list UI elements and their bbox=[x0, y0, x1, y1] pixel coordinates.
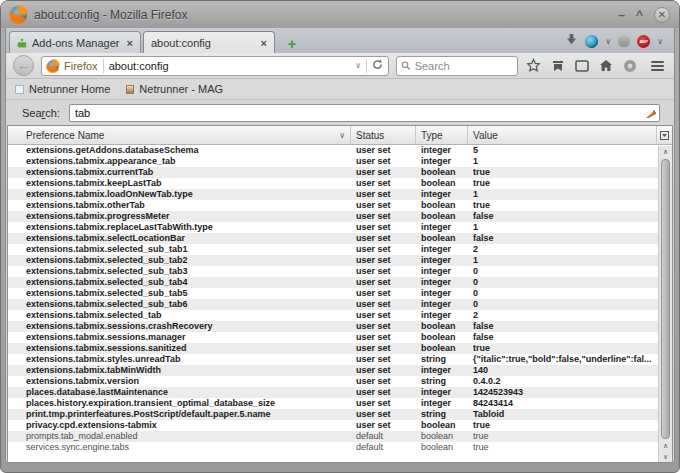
table-row[interactable]: extensions.tabmix.sessions.sanitized use… bbox=[8, 343, 672, 354]
url-bar[interactable]: Firefox about:config ∨ bbox=[41, 56, 389, 76]
table-row[interactable]: extensions.tabmix.tabMinWidth user set i… bbox=[8, 365, 672, 376]
table-row[interactable]: extensions.tabmix.keepLastTab user set b… bbox=[8, 178, 672, 189]
column-picker-icon[interactable] bbox=[657, 126, 672, 144]
table-row[interactable]: extensions.tabmix.replaceLastTabWith.typ… bbox=[8, 222, 672, 233]
table-row[interactable]: prompts.tab_modal.enabled default boolea… bbox=[8, 431, 672, 442]
scroll-down-icon[interactable]: ∨ bbox=[659, 451, 672, 462]
tab-close-icon[interactable]: × bbox=[127, 37, 133, 49]
pref-status-cell: user set bbox=[351, 376, 416, 387]
pref-type-cell: integer bbox=[416, 189, 468, 200]
table-row[interactable]: extensions.tabmix.styles.unreadTab user … bbox=[8, 354, 672, 365]
pref-type-cell: integer bbox=[416, 398, 468, 409]
column-header-value[interactable]: Value bbox=[468, 126, 657, 144]
tab-groups-icon[interactable] bbox=[573, 57, 590, 74]
pref-name-cell: extensions.tabmix.keepLastTab bbox=[8, 178, 351, 189]
table-row[interactable]: extensions.tabmix.sessions.crashRecovery… bbox=[8, 321, 672, 332]
table-row[interactable]: extensions.tabmix.selected_sub_tab4 user… bbox=[8, 277, 672, 288]
clear-search-icon[interactable] bbox=[646, 108, 656, 118]
pref-value-cell: 0 bbox=[468, 288, 672, 299]
pref-status-cell: user set bbox=[351, 244, 416, 255]
table-row[interactable]: extensions.tabmix.selected_sub_tab3 user… bbox=[8, 266, 672, 277]
new-tab-button[interactable]: + bbox=[279, 33, 305, 53]
pref-type-cell: boolean bbox=[416, 167, 468, 178]
pref-status-cell: user set bbox=[351, 365, 416, 376]
table-row[interactable]: services.sync.engine.tabs default boolea… bbox=[8, 442, 672, 453]
table-row[interactable]: extensions.tabmix.sessions.manager user … bbox=[8, 332, 672, 343]
maximize-button[interactable]: ^ bbox=[636, 9, 643, 21]
pref-value-cell: false bbox=[468, 211, 672, 222]
pref-type-cell: boolean bbox=[416, 420, 468, 431]
pref-name-cell: extensions.tabmix.replaceLastTabWith.typ… bbox=[8, 222, 351, 233]
pref-status-cell: default bbox=[351, 442, 416, 453]
bookmarks-panel-icon[interactable] bbox=[549, 57, 566, 74]
table-row[interactable]: print.tmp.printerfeatures.PostScript/def… bbox=[8, 409, 672, 420]
bookmark-star-icon[interactable] bbox=[525, 57, 542, 74]
table-row[interactable]: extensions.getAddons.databaseSchema user… bbox=[8, 145, 672, 156]
reload-icon[interactable] bbox=[372, 59, 383, 72]
bookmark-netrunner-home[interactable]: Netrunner Home bbox=[15, 83, 110, 95]
pref-name-cell: privacy.cpd.extensions-tabmix bbox=[8, 420, 351, 431]
web-search-box[interactable] bbox=[396, 56, 518, 76]
table-row[interactable]: extensions.tabmix.selected_sub_tab2 user… bbox=[8, 255, 672, 266]
pref-value-cell: {"italic":true,"bold":false,"underline":… bbox=[468, 354, 672, 365]
disabled-addon-icon[interactable] bbox=[618, 35, 630, 47]
hello-chat-icon[interactable] bbox=[621, 57, 638, 74]
table-row[interactable]: extensions.tabmix.selected_sub_tab1 user… bbox=[8, 244, 672, 255]
pref-name-cell: extensions.tabmix.currentTab bbox=[8, 167, 351, 178]
table-row[interactable]: extensions.tabmix.appearance_tab user se… bbox=[8, 156, 672, 167]
pref-type-cell: integer bbox=[416, 222, 468, 233]
table-row[interactable]: extensions.tabmix.selected_tab user set … bbox=[8, 310, 672, 321]
pref-name-cell: extensions.tabmix.sessions.manager bbox=[8, 332, 351, 343]
titlebar[interactable]: about:config - Mozilla Firefox – ^ ✕ bbox=[1, 1, 679, 28]
table-row[interactable]: places.history.expiration.transient_opti… bbox=[8, 398, 672, 409]
pref-value-cell: true bbox=[468, 178, 672, 189]
table-row[interactable]: extensions.tabmix.selectLocationBar user… bbox=[8, 233, 672, 244]
proxy-globe-icon[interactable] bbox=[585, 35, 598, 48]
table-row[interactable]: places.database.lastMaintenance user set… bbox=[8, 387, 672, 398]
column-header-status[interactable]: Status bbox=[351, 126, 416, 144]
pref-type-cell: integer bbox=[416, 310, 468, 321]
minimize-button[interactable]: – bbox=[618, 9, 625, 21]
chevron-down-icon[interactable]: ∨ bbox=[605, 37, 611, 46]
menu-icon[interactable] bbox=[648, 61, 667, 71]
url-dropdown-icon[interactable]: ∨ bbox=[355, 61, 361, 70]
url-text[interactable]: about:config bbox=[109, 60, 351, 72]
column-header-type[interactable]: Type bbox=[416, 126, 468, 144]
table-row[interactable]: extensions.tabmix.currentTab user set bo… bbox=[8, 167, 672, 178]
tab-addons-manager[interactable]: Add-ons Manager × bbox=[9, 31, 141, 53]
tab-about-config[interactable]: about:config × bbox=[143, 31, 275, 53]
pref-value-cell: false bbox=[468, 321, 672, 332]
table-row[interactable]: extensions.tabmix.selected_sub_tab6 user… bbox=[8, 299, 672, 310]
table-row[interactable]: extensions.tabmix.selected_sub_tab5 user… bbox=[8, 288, 672, 299]
pref-status-cell: user set bbox=[351, 266, 416, 277]
config-search-input[interactable] bbox=[69, 104, 660, 122]
web-search-input[interactable] bbox=[415, 60, 513, 72]
table-row[interactable]: extensions.tabmix.version user set strin… bbox=[8, 376, 672, 387]
pref-value-cell: 1 bbox=[468, 156, 672, 167]
table-row[interactable]: extensions.tabmix.progressMeter user set… bbox=[8, 211, 672, 222]
home-icon[interactable] bbox=[597, 57, 614, 74]
pref-name-cell: extensions.tabmix.progressMeter bbox=[8, 211, 351, 222]
adblock-icon[interactable]: ABP bbox=[637, 35, 650, 48]
pref-type-cell: boolean bbox=[416, 233, 468, 244]
vertical-scrollbar[interactable]: ∧ ∧ ∨ bbox=[658, 146, 672, 462]
pref-status-cell: user set bbox=[351, 233, 416, 244]
chevron-down-icon[interactable]: ∨ bbox=[657, 37, 663, 46]
tab-close-icon[interactable]: × bbox=[261, 37, 267, 49]
pref-name-cell: extensions.tabmix.version bbox=[8, 376, 351, 387]
pref-type-cell: boolean bbox=[416, 343, 468, 354]
bookmark-netrunner-mag[interactable]: Netrunner - MAG bbox=[126, 83, 223, 95]
download-icon[interactable] bbox=[565, 32, 578, 50]
scrollbar-thumb[interactable] bbox=[661, 159, 670, 439]
scroll-up-icon[interactable]: ∧ bbox=[659, 146, 672, 158]
sort-indicator-icon: ∨ bbox=[339, 131, 345, 140]
window-title: about:config - Mozilla Firefox bbox=[34, 8, 187, 22]
table-row[interactable]: privacy.cpd.extensions-tabmix user set b… bbox=[8, 420, 672, 431]
close-button[interactable]: ✕ bbox=[654, 7, 670, 23]
scroll-up-icon[interactable]: ∧ bbox=[659, 440, 672, 451]
table-row[interactable]: extensions.tabmix.loadOnNewTab.type user… bbox=[8, 189, 672, 200]
table-row[interactable]: extensions.tabmix.otherTab user set bool… bbox=[8, 200, 672, 211]
pref-type-cell: integer bbox=[416, 277, 468, 288]
back-button[interactable]: ← bbox=[13, 55, 34, 76]
column-header-preference-name[interactable]: Preference Name ∨ bbox=[8, 126, 351, 144]
